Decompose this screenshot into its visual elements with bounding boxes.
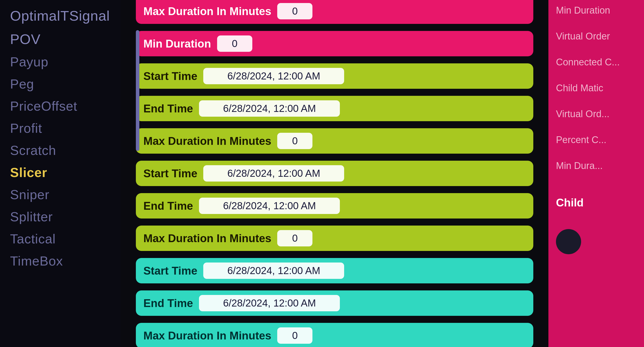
main-content: Max Duration In Minutes 0 Min Duration 0…	[121, 0, 548, 347]
max-duration-1-label: Max Duration In Minutes	[143, 135, 271, 147]
start-time-1-row: Start Time 6/28/2024, 12:00 AM	[136, 63, 533, 89]
sidebar: OptimalTSignal POV Payup Peg PriceOffset…	[0, 0, 121, 347]
sidebar-item-profit[interactable]: Profit	[10, 121, 111, 136]
start-time-2-row: Start Time 6/28/2024, 12:00 AM	[136, 161, 533, 186]
end-time-2-row: End Time 6/28/2024, 12:00 AM	[136, 193, 533, 219]
end-time-2-label: End Time	[143, 200, 193, 212]
sidebar-item-optimaltsignal[interactable]: OptimalTSignal	[10, 8, 111, 24]
start-time-3-value[interactable]: 6/28/2024, 12:00 AM	[203, 263, 344, 279]
sidebar-item-slicer[interactable]: Slicer	[10, 165, 111, 180]
start-time-3-row: Start Time 6/28/2024, 12:00 AM	[136, 258, 533, 283]
min-duration-label: Min Duration	[143, 37, 211, 50]
min-duration-row: Min Duration 0	[136, 31, 533, 56]
right-panel-item-3: Child Matic	[556, 83, 636, 94]
sidebar-item-sniper[interactable]: Sniper	[10, 187, 111, 202]
partial-top-row: Max Duration In Minutes 0	[136, 0, 533, 24]
end-time-3-value[interactable]: 6/28/2024, 12:00 AM	[199, 295, 340, 311]
sidebar-item-priceoffset[interactable]: PriceOffset	[10, 99, 111, 114]
right-panel: Min Duration Virtual Order Connected C..…	[548, 0, 644, 347]
start-time-1-label: Start Time	[143, 70, 197, 82]
right-panel-item-0: Min Duration	[556, 5, 636, 16]
start-time-2-value[interactable]: 6/28/2024, 12:00 AM	[203, 165, 344, 182]
start-time-3-label: Start Time	[143, 265, 197, 277]
partial-top-label: Max Duration In Minutes	[143, 5, 271, 18]
right-panel-item-6: Min Dura...	[556, 160, 636, 171]
max-duration-2-row: Max Duration In Minutes 0	[136, 226, 533, 251]
max-duration-1-row: Max Duration In Minutes 0	[136, 128, 533, 154]
right-panel-item-5: Percent C...	[556, 135, 636, 145]
sidebar-item-tactical[interactable]: Tactical	[10, 231, 111, 246]
sidebar-item-pov[interactable]: POV	[10, 31, 111, 47]
right-panel-child-label: Child	[556, 196, 636, 209]
max-duration-3-value[interactable]: 0	[277, 327, 312, 344]
right-panel-item-2: Connected C...	[556, 57, 636, 68]
max-duration-3-row: Max Duration In Minutes 0	[136, 323, 533, 347]
end-time-1-value[interactable]: 6/28/2024, 12:00 AM	[199, 100, 340, 117]
end-time-1-label: End Time	[143, 102, 193, 115]
end-time-1-row: End Time 6/28/2024, 12:00 AM	[136, 96, 533, 121]
max-duration-3-label: Max Duration In Minutes	[143, 329, 271, 342]
right-panel-item-4: Virtual Ord...	[556, 109, 636, 119]
end-time-3-row: End Time 6/28/2024, 12:00 AM	[136, 290, 533, 316]
max-duration-2-label: Max Duration In Minutes	[143, 232, 271, 245]
right-panel-item-1: Virtual Order	[556, 31, 636, 42]
sidebar-item-scratch[interactable]: Scratch	[10, 143, 111, 158]
sidebar-item-peg[interactable]: Peg	[10, 76, 111, 92]
scroll-indicator[interactable]	[136, 30, 139, 151]
start-time-1-value[interactable]: 6/28/2024, 12:00 AM	[203, 68, 344, 84]
sidebar-item-splitter[interactable]: Splitter	[10, 209, 111, 224]
sidebar-item-timebox[interactable]: TimeBox	[10, 253, 111, 269]
min-duration-value[interactable]: 0	[217, 35, 252, 52]
max-duration-2-value[interactable]: 0	[277, 230, 312, 246]
end-time-3-label: End Time	[143, 297, 193, 310]
sidebar-item-payup[interactable]: Payup	[10, 54, 111, 69]
max-duration-1-value[interactable]: 0	[277, 133, 312, 149]
start-time-2-label: Start Time	[143, 167, 197, 180]
partial-top-value[interactable]: 0	[277, 3, 312, 19]
child-avatar	[556, 229, 581, 254]
end-time-2-value[interactable]: 6/28/2024, 12:00 AM	[199, 198, 340, 214]
